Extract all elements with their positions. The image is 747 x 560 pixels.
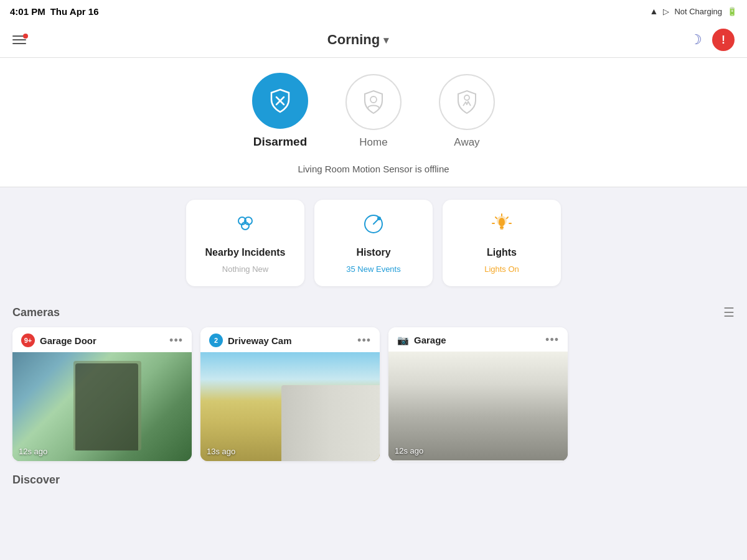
garage-header: 📷 Garage ••• [388,327,568,352]
garage-door-badge: 9+ [21,334,35,347]
garage-door-name: Garage Door [40,335,96,346]
cameras-section-title: Cameras [12,306,60,319]
driveway-name: Driveway Cam [228,335,292,346]
status-time-date: 4:01 PM Thu Apr 16 [10,6,99,17]
offline-message: Living Room Motion Sensor is offline [298,164,449,174]
home-shield-icon [360,88,387,116]
camera-card-garage-door[interactable]: 9+ Garage Door ••• 12s ago [12,327,192,461]
status-right: ▲ ▷ Not Charging 🔋 [650,6,737,16]
garage-name-row: 📷 Garage [397,335,446,346]
menu-notification-dot [23,34,28,39]
garage-image [388,352,568,460]
disarmed-circle [252,73,308,129]
svg-rect-11 [500,226,504,228]
mode-home-button[interactable]: Home [345,74,402,149]
battery-status: Not Charging [674,7,722,16]
garage-door-timestamp: 12s ago [19,447,47,456]
history-title: History [356,247,390,258]
nearby-incidents-icon [233,212,257,241]
status-bar: 4:01 PM Thu Apr 16 ▲ ▷ Not Charging 🔋 [0,0,747,22]
mode-buttons: Disarmed Home Away [252,73,495,149]
history-icon [362,212,385,241]
header-icons: ☽ ! [690,29,735,51]
away-circle [439,74,495,130]
menu-button[interactable] [12,35,26,44]
location-icon: ▷ [663,7,669,16]
menu-line-3 [12,43,26,44]
garage-door-image [12,352,192,461]
battery-icon: 🔋 [727,7,737,16]
mode-disarmed-button[interactable]: Disarmed [252,73,308,149]
svg-point-2 [370,96,377,103]
camera-card-driveway[interactable]: 2 Driveway Cam ••• 13s ago [200,327,380,461]
garage-door-menu-icon[interactable]: ••• [169,334,183,347]
svg-point-3 [464,95,469,100]
time: 4:01 PM [10,6,45,17]
history-subtitle: 35 New Events [346,264,400,274]
security-section: Disarmed Home Away [0,58,747,187]
garage-camera-icon: 📷 [397,335,409,346]
camera-card-garage[interactable]: 📷 Garage ••• 12s ago [388,327,568,461]
moon-icon[interactable]: ☽ [690,32,702,48]
driveway-name-row: 2 Driveway Cam [209,334,292,347]
svg-point-10 [499,218,505,226]
cameras-section: Cameras ☰ 9+ Garage Door ••• 12s ago 2 [0,299,747,474]
garage-name: Garage [414,335,446,345]
location-name: Corning [327,32,380,48]
chevron-down-icon: ▾ [383,34,388,46]
svg-point-8 [377,217,381,220]
lights-card[interactable]: Lights Lights On [443,200,561,286]
home-label: Home [359,136,387,149]
garage-door-thumbnail: 12s ago [12,352,192,461]
lights-subtitle: Lights On [484,264,519,274]
header: Corning ▾ ☽ ! [0,22,747,58]
driveway-timestamp: 13s ago [207,447,235,456]
location-selector[interactable]: Corning ▾ [327,32,388,48]
disarmed-shield-icon [266,87,294,114]
mode-away-button[interactable]: Away [439,74,495,149]
nearby-incidents-title: Nearby Incidents [205,247,286,258]
camera-grid: 9+ Garage Door ••• 12s ago 2 Driveway Ca… [12,327,735,461]
away-label: Away [454,136,479,149]
driveway-header: 2 Driveway Cam ••• [200,327,380,352]
cameras-section-header: Cameras ☰ [12,299,735,327]
driveway-image [200,352,380,461]
garage-door-header: 9+ Garage Door ••• [12,327,192,352]
nearby-incidents-card[interactable]: Nearby Incidents Nothing New [186,200,304,286]
alert-icon[interactable]: ! [712,29,735,51]
nearby-incidents-subtitle: Nothing New [222,264,268,274]
discover-title: Discover [12,467,60,492]
disarmed-label: Disarmed [253,135,308,149]
lights-title: Lights [487,247,517,258]
cards-section: Nearby Incidents Nothing New History 35 … [0,187,747,299]
discover-section: Discover [0,474,747,487]
history-card[interactable]: History 35 New Events [314,200,433,286]
driveway-menu-icon[interactable]: ••• [357,334,371,347]
home-circle [345,74,402,130]
menu-line-2 [12,39,26,40]
wifi-icon: ▲ [650,6,659,16]
svg-rect-12 [500,228,504,230]
garage-timestamp: 12s ago [395,446,423,455]
grid-view-icon[interactable]: ☰ [723,305,735,320]
driveway-thumbnail: 13s ago [200,352,380,461]
date: Thu Apr 16 [50,6,99,17]
lights-icon [490,212,514,241]
away-shield-icon [453,88,481,116]
garage-door-name-row: 9+ Garage Door [21,334,96,347]
garage-menu-icon[interactable]: ••• [545,334,559,347]
garage-thumbnail: 12s ago [388,352,568,460]
driveway-badge: 2 [209,334,223,347]
